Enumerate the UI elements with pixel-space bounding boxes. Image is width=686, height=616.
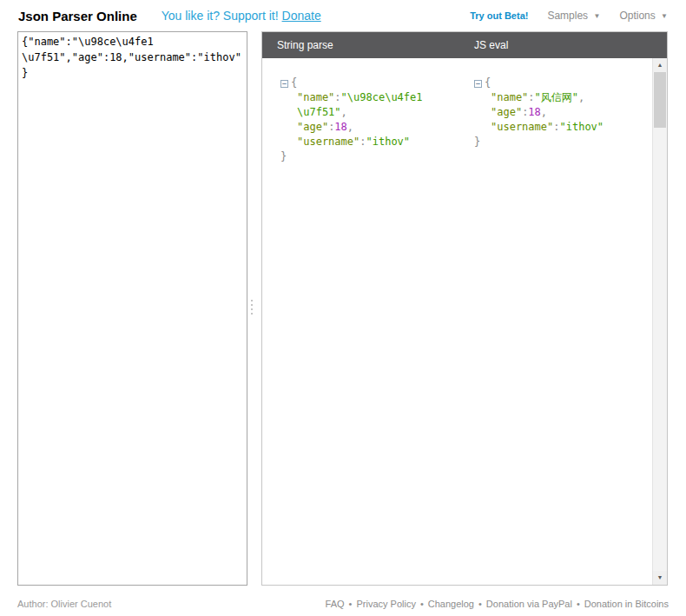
- tree-line-content: }: [280, 149, 287, 164]
- json-token-key: "age": [297, 121, 328, 133]
- output-header: String parse JS eval: [262, 32, 667, 58]
- tree-gutter: [280, 90, 291, 105]
- tree-line: }: [280, 149, 458, 164]
- options-menu[interactable]: Options ▼: [619, 10, 668, 22]
- js-eval-column-header: JS eval: [474, 39, 508, 51]
- tree-gutter: [280, 135, 291, 149]
- json-token-str: "ithov": [559, 121, 604, 133]
- footer-link-privacy-policy[interactable]: Privacy Policy: [356, 599, 415, 609]
- samples-label: Samples: [547, 10, 588, 22]
- scrollbar-thumb[interactable]: [654, 72, 666, 128]
- json-token-punct: ,: [578, 91, 584, 103]
- json-token-num: 18: [334, 121, 346, 133]
- output-body: −{"name":"\u98ce\u4fe1\u7f51","age":18,"…: [262, 58, 652, 585]
- json-input-textarea[interactable]: [17, 31, 247, 586]
- page-title: Json Parser Online: [18, 9, 137, 23]
- tree-gutter: −: [280, 76, 291, 90]
- header: Json Parser Online You like it? Support …: [0, 0, 686, 31]
- json-token-punct: ,: [347, 121, 353, 133]
- footer-link-faq[interactable]: FAQ: [326, 599, 345, 609]
- json-token-key: "username": [297, 136, 359, 148]
- drag-dot: [251, 304, 253, 306]
- tree-line: "age":18,: [280, 120, 458, 135]
- json-token-str: "风信网": [535, 91, 578, 103]
- footer-link-donation-in-bitcoins[interactable]: Donation in Bitcoins: [584, 599, 669, 609]
- tree-gutter: [474, 120, 485, 135]
- json-token-punct: {: [485, 76, 491, 89]
- tree-line-content: {: [485, 76, 491, 90]
- footer-links: FAQ•Privacy Policy•Changelog•Donation vi…: [326, 599, 669, 609]
- drag-dot: [251, 308, 253, 310]
- tree-line-content: "name":"\u98ce\u4fe1: [291, 90, 423, 105]
- json-token-str: "\u98ce\u4fe1: [341, 91, 423, 103]
- tree-gutter: [280, 105, 291, 120]
- samples-menu[interactable]: Samples ▼: [547, 10, 600, 22]
- tree-gutter: [474, 90, 485, 105]
- json-token-punct: ,: [541, 106, 547, 118]
- json-token-punct: }: [280, 150, 287, 162]
- json-token-punct: {: [291, 76, 297, 89]
- tree-gutter: [280, 120, 291, 135]
- tree-line-content: {: [291, 76, 297, 90]
- footer-link-separator: •: [577, 599, 580, 609]
- tree-line: "username":"ithov": [474, 120, 652, 135]
- options-label: Options: [619, 10, 655, 22]
- js-eval-tree: −{"name":"风信网","age":18,"username":"itho…: [474, 76, 652, 149]
- json-parser-online-app: Json Parser Online You like it? Support …: [0, 0, 686, 616]
- collapse-minus-icon[interactable]: −: [280, 80, 288, 88]
- footer-link-separator: •: [349, 599, 353, 609]
- donate-link[interactable]: Donate: [282, 9, 321, 23]
- tree-line: "username":"ithov": [280, 135, 458, 149]
- scrollbar-up-arrow-icon[interactable]: ▲: [653, 58, 667, 72]
- tree-line-content: "name":"风信网",: [485, 90, 584, 105]
- support-message: You like it? Support it! Donate: [162, 9, 321, 23]
- tree-line-content: }: [474, 135, 480, 149]
- drag-dot: [251, 300, 253, 301]
- json-token-key: "username": [491, 121, 553, 133]
- json-token-punct: ,: [341, 106, 347, 118]
- chevron-down-icon: ▼: [593, 12, 600, 20]
- output-panel: String parse JS eval −{"name":"\u98ce\u4…: [261, 31, 668, 586]
- tree-line-content: "username":"ithov": [291, 135, 410, 149]
- try-beta-link[interactable]: Try out Beta!: [470, 10, 528, 21]
- json-token-key: "name": [491, 91, 528, 103]
- json-token-num: 18: [528, 106, 540, 118]
- json-token-key: "age": [491, 106, 522, 118]
- tree-line: −{: [474, 76, 652, 90]
- string-parse-column-header: String parse: [262, 39, 474, 51]
- json-token-punct: :: [528, 91, 534, 103]
- tree-line: "name":"\u98ce\u4fe1: [280, 90, 458, 105]
- tree-line-content: "age":18,: [291, 120, 353, 135]
- tree-line-content: "age":18,: [485, 105, 547, 120]
- json-token-punct: }: [474, 136, 480, 148]
- tree-line: "age":18,: [474, 105, 652, 120]
- json-token-key: "name": [297, 91, 334, 103]
- output-scrollbar[interactable]: ▲ ▼: [652, 58, 667, 585]
- support-text: You like it? Support it!: [162, 9, 279, 23]
- drag-dot: [251, 313, 253, 315]
- tree-line: }: [474, 135, 652, 149]
- tree-gutter: [474, 105, 485, 120]
- tree-line-content: \u7f51",: [291, 105, 347, 120]
- author-credit: Author: Olivier Cuenot: [17, 599, 111, 609]
- panel-resize-handle[interactable]: [247, 294, 255, 320]
- footer: Author: Olivier Cuenot FAQ•Privacy Polic…: [0, 599, 686, 609]
- footer-link-changelog[interactable]: Changelog: [428, 599, 474, 609]
- tree-line: \u7f51",: [280, 105, 458, 120]
- tree-gutter: −: [474, 76, 485, 90]
- collapse-minus-icon[interactable]: −: [474, 80, 482, 88]
- string-parse-tree: −{"name":"\u98ce\u4fe1\u7f51","age":18,"…: [280, 76, 458, 164]
- scrollbar-track[interactable]: [653, 72, 667, 571]
- json-token-punct: :: [334, 91, 340, 103]
- footer-link-separator: •: [478, 599, 482, 609]
- tree-line: −{: [280, 76, 458, 90]
- json-token-str: \u7f51": [297, 106, 341, 118]
- tree-line-content: "username":"ithov": [485, 120, 604, 135]
- footer-link-separator: •: [420, 599, 424, 609]
- tree-line: "name":"风信网",: [474, 90, 652, 105]
- json-token-str: "ithov": [366, 136, 410, 148]
- chevron-down-icon: ▼: [661, 12, 668, 20]
- header-menus: Try out Beta! Samples ▼ Options ▼: [470, 10, 668, 22]
- scrollbar-down-arrow-icon[interactable]: ▼: [653, 571, 667, 585]
- footer-link-donation-via-paypal[interactable]: Donation via PayPal: [486, 599, 572, 609]
